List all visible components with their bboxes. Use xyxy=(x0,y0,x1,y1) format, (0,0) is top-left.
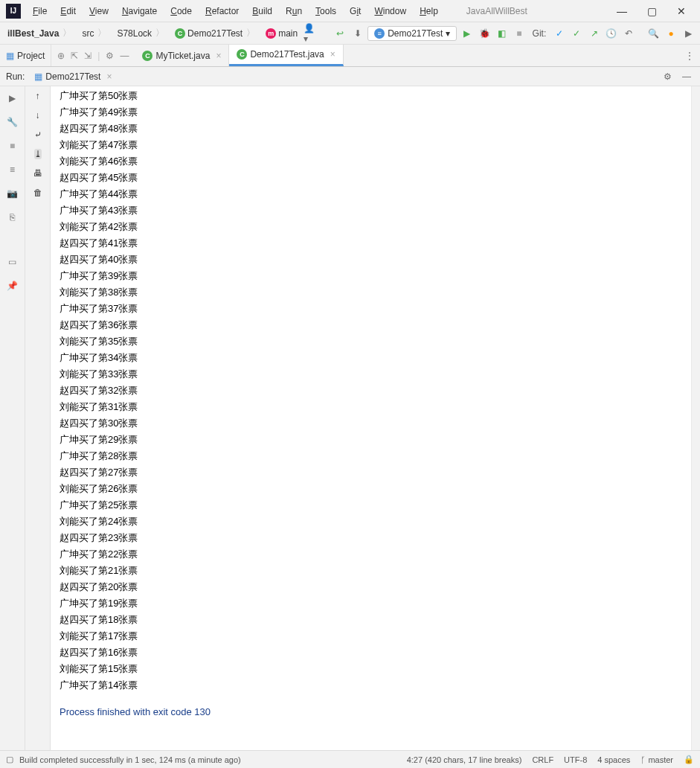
run-icon[interactable]: ▶ xyxy=(460,26,474,41)
close-icon[interactable]: × xyxy=(327,49,335,60)
breadcrumb-pkg[interactable]: S78Lock〉 xyxy=(114,25,169,41)
project-tool-window-button[interactable]: ▦ Project xyxy=(0,45,51,66)
console-line: 刘能买了第47张票 xyxy=(60,137,697,153)
caret-position[interactable]: 4:27 (420 chars, 17 line breaks) xyxy=(407,755,522,764)
soft-wrap-icon[interactable]: ⤶ xyxy=(34,129,42,140)
up-arrow-icon[interactable]: ↑ xyxy=(36,91,40,101)
console-line: 赵四买了第23张票 xyxy=(60,530,697,546)
console-line: 广坤买了第14张票 xyxy=(60,677,697,694)
close-button[interactable]: ✕ xyxy=(674,5,689,17)
layout-settings-icon[interactable]: ▭ xyxy=(5,255,20,269)
git-branch[interactable]: ᚴ master xyxy=(640,755,673,764)
run-tab[interactable]: ▦ Demo217Test × xyxy=(29,69,117,84)
console-line: 广坤买了第44张票 xyxy=(60,186,697,202)
wrench-icon[interactable]: 🔧 xyxy=(5,115,20,129)
rerun-icon[interactable]: ▶ xyxy=(5,91,20,106)
debug-icon[interactable]: 🐞 xyxy=(478,26,492,41)
more-icon[interactable]: ⋮ xyxy=(685,48,700,63)
indent-settings[interactable]: 4 spaces xyxy=(597,755,630,764)
search-icon[interactable]: 🔍 xyxy=(646,26,661,41)
window-title: JavaAllWillBest xyxy=(444,6,614,16)
maximize-button[interactable]: ▢ xyxy=(644,5,659,17)
menu-run[interactable]: Run xyxy=(280,3,308,19)
ide-update-icon[interactable]: ● xyxy=(664,26,678,41)
compile-icon[interactable]: ⬇ xyxy=(350,26,365,41)
menu-view[interactable]: View xyxy=(83,3,115,19)
menu-help[interactable]: Help xyxy=(414,3,444,19)
console-line: 刘能买了第24张票 xyxy=(60,513,697,530)
scrollbar[interactable] xyxy=(691,86,700,750)
collapse-icon[interactable]: ⇲ xyxy=(84,51,91,61)
print-icon[interactable]: 🖶 xyxy=(33,168,42,179)
console-line: 广坤买了第49张票 xyxy=(60,104,697,121)
down-arrow-icon[interactable]: ↓ xyxy=(36,110,40,121)
hide-icon[interactable]: — xyxy=(120,51,129,61)
minimize-button[interactable]: — xyxy=(614,5,629,17)
menu-bar: File Edit View Navigate Code Refactor Bu… xyxy=(27,3,444,19)
camera-icon[interactable]: 📷 xyxy=(5,186,20,201)
tab-demo217test[interactable]: C Demo217Test.java × xyxy=(229,45,343,66)
target-icon[interactable]: ⊕ xyxy=(57,51,65,61)
expand-icon[interactable]: ⇱ xyxy=(71,51,78,61)
git-history-icon[interactable]: 🕓 xyxy=(604,26,618,41)
tab-label: MyTicket.java xyxy=(155,51,210,61)
gear-icon[interactable]: ⚙ xyxy=(660,69,675,84)
git-push-icon[interactable]: ↗ xyxy=(587,26,601,41)
menu-git[interactable]: Git xyxy=(344,3,367,19)
pin-icon[interactable]: 📌 xyxy=(5,278,20,293)
run-console-area: ▶ 🔧 ■ ≡ 📷 ⎘ ▭ 📌 ↑ ↓ ⤶ ⤓ 🖶 🗑 广坤买了第50张票广坤买… xyxy=(0,86,700,750)
console-line: 广坤买了第37张票 xyxy=(60,301,697,317)
console-line: 广坤买了第22张票 xyxy=(60,546,697,563)
breadcrumb-src[interactable]: src〉 xyxy=(79,25,111,41)
run-tab-label: Demo217Test xyxy=(45,71,100,82)
exit-icon[interactable]: ⎘ xyxy=(5,210,20,225)
trash-icon[interactable]: 🗑 xyxy=(33,188,42,198)
tab-myticket[interactable]: C MyTicket.java × xyxy=(135,45,229,66)
git-commit-icon[interactable]: ✓ xyxy=(570,26,584,41)
tool-windows-icon[interactable]: ▢ xyxy=(6,755,13,764)
close-icon[interactable]: × xyxy=(103,71,112,82)
gear-icon[interactable]: ⚙ xyxy=(106,51,114,61)
breadcrumb-method[interactable]: mmain xyxy=(263,27,301,40)
menu-navigate[interactable]: Navigate xyxy=(116,3,163,19)
layout-icon[interactable]: ≡ xyxy=(5,162,20,177)
lock-icon[interactable]: 🔒 xyxy=(684,755,694,764)
git-rollback-icon[interactable]: ↶ xyxy=(622,26,636,41)
run-tool-window-header: Run: ▦ Demo217Test × ⚙ — xyxy=(0,67,700,86)
git-label: Git: xyxy=(530,28,550,39)
console-line: 刘能买了第46张票 xyxy=(60,153,697,170)
menu-window[interactable]: Window xyxy=(368,3,412,19)
menu-build[interactable]: Build xyxy=(246,3,278,19)
run-config-icon: ▦ xyxy=(34,71,42,82)
menu-file[interactable]: File xyxy=(27,3,53,19)
plugin-icon[interactable]: ▶ xyxy=(681,26,696,41)
class-icon: ≡ xyxy=(374,28,385,39)
console-line: 广坤买了第34张票 xyxy=(60,350,697,366)
hide-icon[interactable]: — xyxy=(679,69,694,84)
menu-refactor[interactable]: Refactor xyxy=(199,3,245,19)
console-line: 赵四买了第20张票 xyxy=(60,579,697,595)
stop-icon[interactable]: ■ xyxy=(512,26,526,41)
git-update-icon[interactable]: ✓ xyxy=(552,26,566,41)
menu-edit[interactable]: Edit xyxy=(54,3,82,19)
console-line: 赵四买了第48张票 xyxy=(60,121,697,137)
editor-tabs-row: ▦ Project ⊕ ⇱ ⇲ | ⚙ — C MyTicket.java × … xyxy=(0,45,700,67)
run-header-label: Run: xyxy=(6,71,25,82)
stop-button-icon[interactable]: ■ xyxy=(5,138,20,153)
user-icon[interactable]: 👤▾ xyxy=(304,26,318,41)
back-arrow-icon[interactable]: ↩ xyxy=(333,26,347,41)
menu-tools[interactable]: Tools xyxy=(309,3,342,19)
breadcrumb-root[interactable]: illBest_Java〉 xyxy=(4,25,76,41)
file-encoding[interactable]: UTF-8 xyxy=(564,755,587,764)
coverage-icon[interactable]: ◧ xyxy=(495,26,509,41)
console-line: 刘能买了第38张票 xyxy=(60,284,697,301)
breadcrumb-class[interactable]: CDemo217Test〉 xyxy=(172,25,260,41)
run-configuration-selector[interactable]: ≡ Demo217Test ▾ xyxy=(367,26,457,41)
console-output[interactable]: 广坤买了第50张票广坤买了第49张票赵四买了第48张票刘能买了第47张票刘能买了… xyxy=(51,86,700,750)
scroll-end-icon[interactable]: ⤓ xyxy=(34,149,42,159)
project-label: Project xyxy=(17,51,45,61)
run-mid-gutter: ↑ ↓ ⤶ ⤓ 🖶 🗑 xyxy=(25,86,51,750)
menu-code[interactable]: Code xyxy=(164,3,198,19)
close-icon[interactable]: × xyxy=(213,51,221,61)
line-separator[interactable]: CRLF xyxy=(532,755,553,764)
